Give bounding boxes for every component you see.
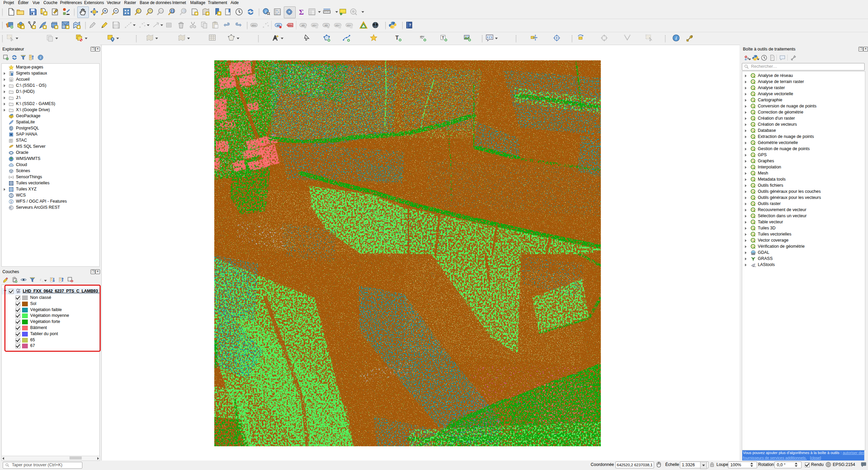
svg-text:abc: abc — [252, 24, 256, 27]
svg-text:✱: ✱ — [77, 25, 80, 29]
svg-text:ab: ab — [324, 24, 328, 27]
svg-text:✱: ✱ — [66, 25, 69, 29]
svg-text:abc: abc — [420, 35, 425, 38]
svg-text:ε: ε — [40, 277, 42, 282]
svg-text:✱: ✱ — [55, 25, 58, 29]
svg-text:i: i — [40, 56, 41, 59]
svg-text:abc: abc — [288, 24, 293, 27]
svg-text:T: T — [442, 36, 444, 40]
svg-text:ij: ij — [42, 280, 43, 282]
svg-text:✱: ✱ — [21, 25, 24, 29]
svg-text:T: T — [395, 35, 399, 41]
svg-text:i: i — [675, 36, 677, 41]
svg-text:ab: ab — [277, 24, 280, 27]
svg-text:V: V — [11, 201, 12, 203]
svg-text:GDAL: GDAL — [751, 253, 755, 255]
svg-text:✱: ✱ — [33, 25, 35, 29]
svg-text:?: ? — [409, 23, 411, 27]
svg-text:ab: ab — [301, 24, 304, 27]
svg-text:Σ: Σ — [299, 8, 304, 16]
svg-text:✱: ✱ — [43, 25, 46, 29]
svg-text:LAStools: LAStools — [752, 266, 756, 267]
svg-text:1:1: 1:1 — [159, 10, 162, 12]
